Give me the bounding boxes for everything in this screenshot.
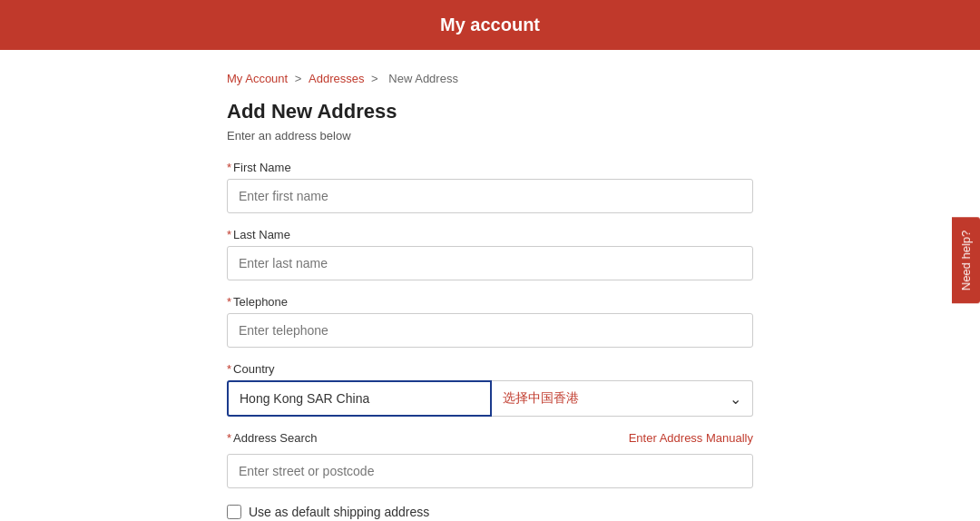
breadcrumb-sep2: > (371, 72, 381, 85)
checkbox-shipping-text: Use as default shipping address (249, 505, 429, 519)
breadcrumb-addresses[interactable]: Addresses (309, 72, 364, 85)
checkbox-shipping[interactable] (227, 505, 241, 519)
required-star: * (227, 295, 231, 309)
enter-manually-link[interactable]: Enter Address Manually (629, 431, 753, 445)
breadcrumb-new-address: New Address (388, 72, 458, 85)
header-title: My account (440, 15, 540, 34)
last-name-group: *Last Name (227, 228, 753, 280)
country-input[interactable]: Hong Kong SAR China (227, 380, 492, 417)
breadcrumb-sep1: > (295, 72, 305, 85)
chevron-down-icon: ⌄ (730, 390, 741, 408)
required-star: * (227, 362, 231, 376)
country-value: Hong Kong SAR China (240, 391, 369, 406)
required-star: * (227, 431, 231, 445)
last-name-input[interactable] (227, 246, 753, 280)
page-header: My account (0, 0, 980, 50)
telephone-group: *Telephone (227, 295, 753, 348)
checkbox-shipping-label[interactable]: Use as default shipping address (227, 505, 753, 519)
checkbox-group: Use as default shipping address Use as d… (227, 505, 753, 521)
main-content: My Account > Addresses > New Address Add… (209, 50, 771, 521)
country-label: *Country (227, 362, 753, 376)
country-group: *Country Hong Kong SAR China 选择中国香港 ⌄ (227, 362, 753, 417)
telephone-input[interactable] (227, 313, 753, 348)
telephone-label: *Telephone (227, 295, 753, 309)
country-row: Hong Kong SAR China 选择中国香港 ⌄ (227, 380, 753, 417)
need-help-button[interactable]: Need help? (952, 218, 980, 304)
address-search-group: *Address Search Enter Address Manually (227, 431, 753, 488)
country-select-label: 选择中国香港 (503, 390, 579, 407)
address-search-header: *Address Search Enter Address Manually (227, 431, 753, 445)
country-select[interactable]: 选择中国香港 ⌄ (492, 380, 754, 417)
first-name-group: *First Name (227, 161, 753, 213)
page-title: Add New Address (227, 100, 753, 123)
address-search-label: *Address Search (227, 431, 318, 445)
breadcrumb: My Account > Addresses > New Address (227, 72, 753, 85)
breadcrumb-my-account[interactable]: My Account (227, 72, 288, 85)
need-help-label: Need help? (959, 231, 973, 291)
last-name-label: *Last Name (227, 228, 753, 241)
address-search-input[interactable] (227, 454, 753, 488)
required-star: * (227, 161, 231, 174)
required-star: * (227, 228, 231, 241)
first-name-input[interactable] (227, 179, 753, 213)
page-subtitle: Enter an address below (227, 129, 753, 143)
first-name-label: *First Name (227, 161, 753, 174)
